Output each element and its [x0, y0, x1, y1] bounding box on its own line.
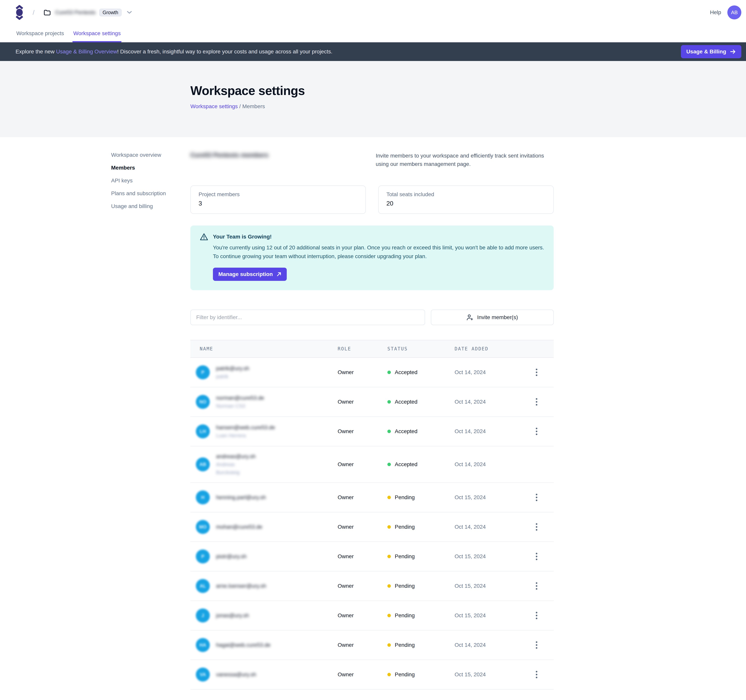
top-bar: / Cure53 Pentests Growth Help AB [0, 0, 746, 25]
member-name-cell: HA hagai@web.cure53.de [190, 634, 338, 656]
row-menu-button[interactable] [534, 610, 540, 622]
member-secondary-name-blurred: patrik [216, 374, 249, 380]
member-secondary-name-blurred: Burcksteig [216, 469, 256, 475]
member-role: Owner [338, 642, 387, 648]
member-date-added: Oct 14, 2024 [454, 369, 519, 376]
status-dot [387, 496, 391, 499]
plan-badge: Growth [99, 9, 122, 17]
member-email-blurred: hagai@web.cure53.de [216, 642, 271, 648]
table-row: MO mohan@cure53.de Owner Pending Oct 14,… [190, 512, 553, 542]
member-avatar: VA [196, 668, 210, 682]
row-menu-button[interactable] [534, 396, 540, 408]
member-avatar: J [196, 608, 210, 622]
member-date-added: Oct 15, 2024 [454, 553, 519, 560]
member-status: Accepted [387, 399, 454, 405]
member-role: Owner [338, 553, 387, 560]
row-menu-button[interactable] [534, 425, 540, 437]
status-dot [387, 463, 391, 466]
member-avatar: AL [196, 579, 210, 593]
breadcrumb-workspace-settings-link[interactable]: Workspace settings [190, 103, 238, 109]
member-name-cell: AB andreas@ury.sh AndreasBurcksteig [190, 449, 338, 479]
sidebar-item-plans-and-subscription[interactable]: Plans and subscription [111, 189, 166, 197]
member-identity: patrik@ury.sh patrik [216, 365, 249, 380]
table-header: NAME ROLE STATUS DATE ADDED [190, 340, 553, 358]
member-secondary-name-blurred: Norman CS3 [216, 403, 264, 409]
alert-body: You're currently using 12 out of 20 addi… [213, 243, 544, 261]
member-avatar: H [196, 490, 210, 505]
status-dot [387, 371, 391, 374]
row-menu-button[interactable] [534, 639, 540, 651]
member-avatar: P [196, 365, 210, 379]
card-label: Project members [199, 191, 358, 198]
member-identity: jonas@ury.sh [216, 612, 249, 619]
section-head: Cure53 Pentests members Invite members t… [190, 152, 553, 168]
member-avatar: MO [196, 520, 210, 534]
chevron-down-icon[interactable] [125, 9, 134, 15]
status-label: Pending [395, 583, 415, 589]
status-dot [387, 673, 391, 676]
member-avatar: NO [196, 395, 210, 409]
status-dot [387, 400, 391, 404]
member-email-blurred: mohan@cure53.de [216, 524, 262, 530]
status-dot [387, 555, 391, 558]
member-date-added: Oct 15, 2024 [454, 583, 519, 589]
breadcrumb-current: / Members [238, 103, 265, 109]
member-identity: andreas@ury.sh AndreasBurcksteig [216, 453, 256, 475]
invite-members-button[interactable]: Invite member(s) [431, 309, 553, 325]
row-menu-button[interactable] [534, 580, 540, 592]
manage-subscription-button[interactable]: Manage subscription [213, 267, 287, 281]
app-logo-icon[interactable] [15, 5, 23, 20]
help-link[interactable]: Help [710, 9, 721, 15]
member-secondary-name-blurred: Andreas [216, 461, 256, 467]
member-date-added: Oct 15, 2024 [454, 671, 519, 677]
breadcrumb-separator: / [33, 9, 35, 16]
member-role: Owner [338, 671, 387, 677]
member-email-blurred: norman@cure53.de [216, 395, 264, 401]
member-role: Owner [338, 583, 387, 589]
member-role: Owner [338, 461, 387, 467]
member-status: Pending [387, 642, 454, 648]
member-identity: norman@cure53.de Norman CS3 [216, 395, 264, 409]
sidebar-item-workspace-overview[interactable]: Workspace overview [111, 151, 166, 159]
member-name-cell: P patrik@ury.sh patrik [190, 362, 338, 383]
table-body: P patrik@ury.sh patrik Owner Accepted Oc… [190, 358, 553, 689]
usage-billing-overview-link[interactable]: Usage & Billing Overview [56, 48, 117, 54]
user-avatar[interactable]: AB [727, 5, 741, 20]
warning-icon [200, 233, 208, 241]
breadcrumb: Workspace settings / Members [190, 103, 746, 110]
member-email-blurred: henning.parl@ury.sh [216, 494, 266, 500]
member-email-blurred: jonas@ury.sh [216, 612, 249, 619]
member-secondary-name-blurred: Luan Herrera [216, 433, 275, 439]
row-menu-button[interactable] [534, 550, 540, 562]
workspace-breadcrumb[interactable]: Cure53 Pentests Growth [44, 9, 133, 17]
status-dot [387, 643, 391, 647]
members-toolbar: Invite member(s) [190, 309, 553, 325]
member-status: Pending [387, 612, 454, 619]
sidebar-item-members[interactable]: Members [111, 164, 166, 172]
row-menu-button[interactable] [534, 366, 540, 379]
person-plus-icon [467, 314, 473, 321]
banner-text: Explore the new Usage & Billing Overview… [15, 48, 332, 55]
status-label: Pending [395, 671, 415, 677]
workspace-name: Cure53 Pentests [55, 9, 96, 15]
tab-workspace-projects[interactable]: Workspace projects [15, 25, 65, 42]
sidebar-item-usage-and-billing[interactable]: Usage and billing [111, 203, 166, 210]
member-avatar: AB [196, 457, 210, 472]
member-email-blurred: patrik@ury.sh [216, 365, 249, 371]
members-table: NAME ROLE STATUS DATE ADDED P patrik@ury… [190, 340, 553, 689]
row-menu-button[interactable] [534, 491, 540, 503]
section-description: Invite members to your workspace and eff… [376, 152, 553, 168]
usage-billing-button[interactable]: Usage & Billing [681, 45, 741, 58]
tab-workspace-settings[interactable]: Workspace settings [72, 25, 122, 42]
column-header-status: STATUS [387, 346, 454, 352]
filter-input[interactable] [190, 309, 425, 325]
row-menu-button[interactable] [534, 668, 540, 680]
row-menu-button[interactable] [534, 521, 540, 533]
status-label: Accepted [395, 461, 418, 467]
column-header-name: NAME [190, 346, 338, 352]
status-dot [387, 525, 391, 529]
sidebar-item-api-keys[interactable]: API keys [111, 177, 166, 185]
member-date-added: Oct 15, 2024 [454, 612, 519, 619]
table-row: HA hagai@web.cure53.de Owner Pending Oct… [190, 631, 553, 660]
member-name-cell: MO mohan@cure53.de [190, 516, 338, 538]
